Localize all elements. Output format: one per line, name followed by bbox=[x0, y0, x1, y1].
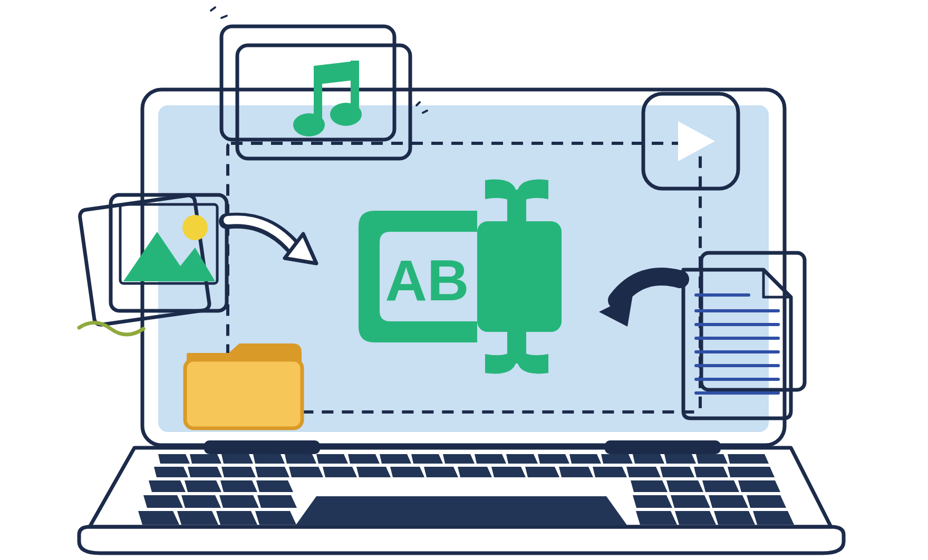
svg-rect-5 bbox=[507, 190, 526, 363]
svg-rect-0 bbox=[204, 440, 320, 454]
svg-line-28 bbox=[221, 16, 227, 18]
svg-line-27 bbox=[211, 7, 215, 11]
illustration-svg: .ol { stroke:#1C2B4A; stroke-width:7; fi… bbox=[0, 0, 928, 560]
svg-point-16 bbox=[182, 215, 208, 240]
svg-rect-17 bbox=[185, 360, 302, 428]
music-card bbox=[221, 26, 410, 159]
keyboard bbox=[138, 454, 794, 526]
svg-rect-1 bbox=[605, 440, 721, 454]
svg-point-11 bbox=[330, 103, 362, 126]
svg-point-10 bbox=[293, 113, 325, 136]
illustration-stage: .ol { stroke:#1C2B4A; stroke-width:7; fi… bbox=[0, 0, 928, 560]
folder-card bbox=[185, 345, 302, 428]
rename-label: AB bbox=[385, 248, 469, 312]
svg-line-29 bbox=[417, 102, 420, 105]
